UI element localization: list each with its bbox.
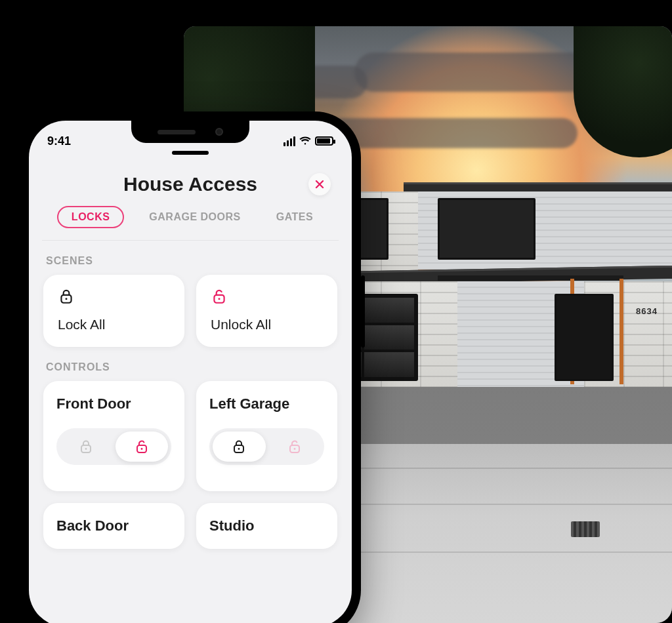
lock-open-icon	[287, 439, 303, 454]
svg-point-5	[85, 448, 87, 450]
control-title: Back Door	[56, 517, 171, 534]
close-icon	[314, 179, 325, 190]
scenes-heading: SCENES	[42, 241, 339, 275]
status-time: 9:41	[47, 134, 71, 148]
scene-label: Lock All	[58, 317, 170, 332]
controls-heading: CONTROLS	[42, 347, 339, 381]
tab-locks[interactable]: LOCKS	[57, 206, 125, 228]
scene-lock-all[interactable]: Lock All	[43, 275, 184, 347]
front-door-photo	[555, 294, 614, 380]
lock-toggle[interactable]	[56, 428, 171, 465]
page-title: House Access	[42, 167, 339, 199]
lock-icon	[231, 439, 247, 454]
scene-label: Unlock All	[211, 317, 323, 332]
house-access-screen: House Access LOCKS GARAGE DOORS GATES SC…	[29, 121, 352, 623]
control-card-left-garage: Left Garage	[196, 381, 337, 491]
lock-icon	[78, 439, 94, 454]
control-card-front-door: Front Door	[43, 381, 184, 491]
control-title: Left Garage	[209, 395, 324, 412]
phone-screen: 9:41 House Access	[29, 121, 352, 623]
tab-garage-doors[interactable]: GARAGE DOORS	[138, 206, 251, 228]
lock-icon	[58, 288, 75, 305]
svg-point-3	[218, 298, 220, 300]
scene-unlock-all[interactable]: Unlock All	[196, 275, 337, 347]
control-title: Front Door	[56, 395, 171, 412]
lock-open-icon	[211, 288, 228, 305]
control-card-back-door: Back Door	[43, 503, 184, 549]
battery-icon	[315, 136, 333, 146]
svg-point-7	[140, 448, 142, 450]
close-button[interactable]	[308, 173, 331, 195]
category-tabs: LOCKS GARAGE DOORS GATES	[42, 199, 339, 241]
tab-gates[interactable]: GATES	[266, 206, 324, 228]
control-card-studio: Studio	[196, 503, 337, 549]
unlock-option[interactable]	[116, 432, 169, 462]
upstairs-window	[438, 198, 536, 260]
notch	[131, 121, 249, 143]
phone-frame: 9:41 House Access	[20, 111, 361, 623]
lock-open-icon	[134, 439, 150, 454]
house-number: 8634	[636, 306, 658, 316]
control-title: Studio	[209, 517, 324, 534]
svg-point-9	[238, 448, 240, 450]
driveway-drain	[571, 521, 600, 537]
svg-point-1	[65, 298, 67, 300]
lock-toggle[interactable]	[209, 428, 324, 465]
wifi-icon	[299, 136, 311, 146]
svg-point-11	[293, 448, 295, 450]
lock-option[interactable]	[60, 432, 113, 462]
unlock-option[interactable]	[268, 432, 322, 462]
lock-option[interactable]	[213, 432, 266, 462]
cellular-icon	[284, 136, 295, 146]
